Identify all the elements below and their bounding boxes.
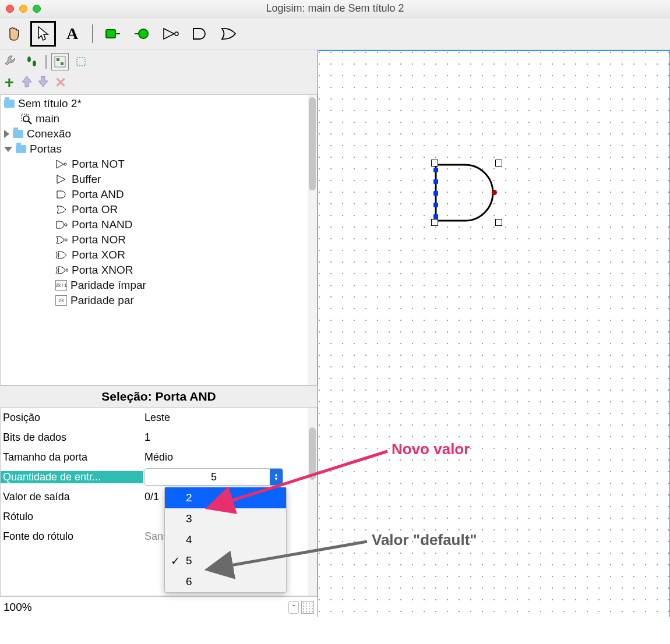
tree-toolbar: + ✕ bbox=[0, 73, 318, 94]
prop-value[interactable]: 5 ▲▼ bbox=[143, 468, 308, 486]
or-gate-tool[interactable] bbox=[217, 21, 242, 47]
dropdown-option-3[interactable]: 3 bbox=[165, 508, 286, 529]
tree-item-xor[interactable]: Porta XOR bbox=[4, 247, 308, 263]
hand-tool[interactable] bbox=[1, 21, 27, 47]
tree-item-not[interactable]: Porta NOT bbox=[4, 157, 308, 172]
zoom-stepper[interactable]: ⌃ bbox=[288, 601, 299, 614]
grid-toggle-icon[interactable] bbox=[301, 601, 314, 614]
svg-rect-11 bbox=[22, 114, 29, 121]
prop-name: Bits de dados bbox=[1, 431, 143, 444]
and-gate-tool[interactable] bbox=[188, 21, 213, 47]
svg-point-14 bbox=[64, 163, 66, 165]
input-pin[interactable] bbox=[433, 168, 438, 172]
tree-label: Porta XNOR bbox=[72, 264, 133, 277]
svg-point-15 bbox=[65, 224, 67, 226]
delete-icon[interactable]: ✕ bbox=[54, 75, 68, 91]
parity-even-icon: 2k bbox=[55, 295, 67, 306]
selection-handle[interactable] bbox=[495, 219, 502, 226]
tree-main[interactable]: main bbox=[4, 111, 308, 126]
appearance-view-icon[interactable] bbox=[72, 53, 90, 70]
combo-arrows-icon[interactable]: ▲▼ bbox=[270, 469, 283, 485]
tree-scrollbar[interactable] bbox=[308, 95, 317, 385]
chevron-down-icon bbox=[4, 147, 12, 152]
input-pin[interactable] bbox=[433, 203, 438, 207]
canvas-and-gate[interactable] bbox=[424, 156, 512, 232]
input-pin-tool[interactable] bbox=[100, 21, 126, 47]
input-pin[interactable] bbox=[433, 191, 438, 196]
svg-rect-9 bbox=[61, 62, 64, 65]
main-toolbar: A bbox=[0, 17, 670, 50]
prop-name: Valor de saída bbox=[1, 491, 143, 503]
tree-label: main bbox=[36, 112, 59, 125]
tree-label: Porta NOR bbox=[72, 233, 126, 246]
input-pin[interactable] bbox=[433, 214, 438, 219]
separator bbox=[45, 55, 47, 69]
footprints-icon[interactable] bbox=[23, 53, 41, 70]
text-tool[interactable]: A bbox=[59, 21, 85, 47]
tree-label: Paridade par bbox=[70, 294, 134, 307]
selection-handle[interactable] bbox=[431, 219, 438, 226]
annotation-default: Valor "default" bbox=[372, 531, 477, 549]
buffer-icon bbox=[55, 174, 68, 185]
tree-label: Sem título 2* bbox=[18, 97, 82, 110]
inputs-dropdown[interactable]: 2 3 4 ✓ 5 6 bbox=[164, 487, 287, 593]
not-gate-tool[interactable] bbox=[158, 21, 184, 47]
prop-row-bits[interactable]: Bits de dados 1 bbox=[1, 427, 308, 447]
tree-item-nand[interactable]: Porta NAND bbox=[4, 217, 308, 232]
prop-name: Tamanho da porta bbox=[1, 451, 143, 463]
tree-label: Porta NOT bbox=[72, 158, 125, 171]
folder-icon bbox=[13, 130, 23, 138]
tree-label: Porta NAND bbox=[72, 218, 133, 231]
circuit-canvas[interactable] bbox=[318, 50, 670, 617]
tree-group-portas[interactable]: Portas bbox=[4, 141, 308, 157]
prop-value[interactable]: 1 bbox=[143, 431, 308, 444]
prop-name: Quantidade de entr... bbox=[1, 471, 143, 483]
tree-item-or[interactable]: Porta OR bbox=[4, 202, 308, 217]
titlebar: Logisim: main de Sem título 2 bbox=[0, 0, 670, 17]
scrollbar-thumb[interactable] bbox=[309, 97, 316, 190]
wrench-icon[interactable] bbox=[2, 53, 20, 70]
zoom-bar: 100% ⌃ bbox=[0, 596, 318, 617]
scrollbar-thumb[interactable] bbox=[309, 427, 316, 480]
prop-row-size[interactable]: Tamanho da porta Médio bbox=[1, 447, 308, 467]
dropdown-option-2[interactable]: 2 bbox=[165, 487, 286, 508]
prop-scrollbar[interactable] bbox=[308, 408, 317, 596]
dropdown-option-5[interactable]: ✓ 5 bbox=[165, 550, 286, 571]
selection-handle[interactable] bbox=[495, 160, 502, 167]
prop-row-inputs[interactable]: Quantidade de entr... 5 ▲▼ bbox=[1, 467, 308, 487]
tree-item-and[interactable]: Porta AND bbox=[4, 187, 308, 202]
selection-handle[interactable] bbox=[431, 160, 438, 167]
output-pin-tool[interactable] bbox=[129, 21, 155, 47]
tree-group-conexao[interactable]: Conexão bbox=[4, 126, 308, 141]
select-tool[interactable] bbox=[30, 21, 56, 47]
output-pin[interactable] bbox=[492, 190, 497, 195]
prop-value[interactable]: Médio bbox=[143, 451, 308, 463]
dropdown-option-4[interactable]: 4 bbox=[165, 529, 286, 550]
xnor-icon bbox=[55, 265, 68, 275]
tree-item-parity-odd[interactable]: 2k+1 Paridade ímpar bbox=[4, 278, 308, 293]
tree-label: Conexão bbox=[27, 128, 71, 140]
tree-project[interactable]: Sem título 2* bbox=[4, 96, 308, 111]
add-icon[interactable]: + bbox=[2, 73, 16, 92]
prop-row-position[interactable]: Posição Leste bbox=[1, 408, 308, 427]
svg-point-6 bbox=[33, 61, 36, 66]
prop-value[interactable]: Leste bbox=[143, 412, 308, 424]
tree-item-nor[interactable]: Porta NOR bbox=[4, 232, 308, 247]
svg-point-2 bbox=[139, 29, 148, 38]
svg-rect-7 bbox=[55, 56, 65, 67]
up-icon[interactable] bbox=[21, 75, 33, 91]
xor-icon bbox=[55, 250, 68, 260]
layout-view-icon[interactable] bbox=[51, 53, 69, 70]
tree-label: Porta XOR bbox=[72, 249, 125, 261]
not-icon bbox=[55, 159, 68, 169]
tree-item-parity-even[interactable]: 2k Paridade par bbox=[4, 293, 308, 308]
dropdown-option-6[interactable]: 6 bbox=[165, 571, 286, 592]
down-icon[interactable] bbox=[37, 75, 49, 91]
tree-label: Buffer bbox=[72, 173, 101, 186]
tree-item-buffer[interactable]: Buffer bbox=[4, 172, 308, 187]
input-pin[interactable] bbox=[433, 179, 438, 184]
inputs-combo[interactable]: 5 ▲▼ bbox=[144, 468, 283, 486]
magnifier-icon bbox=[20, 113, 32, 125]
folder-icon bbox=[16, 145, 26, 153]
tree-item-xnor[interactable]: Porta XNOR bbox=[4, 263, 308, 278]
